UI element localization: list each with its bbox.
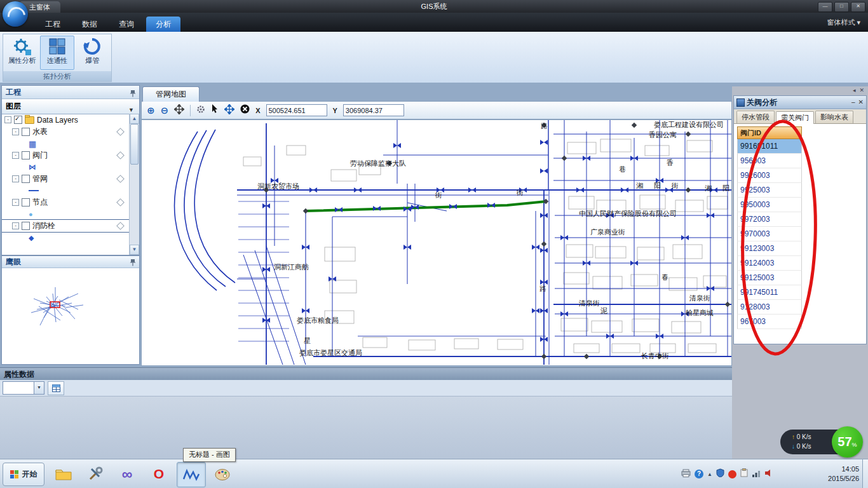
checkbox[interactable]: [22, 175, 30, 183]
toolbar-separator: [190, 105, 191, 116]
valve-id-column-header[interactable]: 阀门ID: [737, 126, 802, 139]
net-speed-widget[interactable]: ↑ 0 K/s ↓ 0 K/s 57 %: [780, 426, 863, 458]
tree-item-阀门[interactable]: -阀门: [2, 149, 130, 161]
tree-item-水表[interactable]: -水表: [2, 126, 130, 138]
valve-id-row[interactable]: 991691011: [737, 139, 802, 154]
valve-id-row[interactable]: 967003: [737, 315, 802, 329]
eagle-eye-map[interactable]: [2, 268, 137, 362]
taskbar-vs-button[interactable]: ∞: [113, 462, 141, 486]
tree-root-data-layers[interactable]: -Data Layers: [2, 114, 130, 126]
cancel-icon[interactable]: [240, 104, 250, 116]
checkbox[interactable]: [22, 128, 30, 136]
show-desktop-button[interactable]: [862, 459, 868, 488]
burst-pipe-button[interactable]: 爆管: [76, 36, 109, 70]
project-panel-title: 工程: [6, 88, 21, 97]
attribute-analysis-button[interactable]: 属性分析: [5, 36, 39, 70]
tab-stop-water-segments[interactable]: 停水管段: [736, 111, 775, 123]
taskbar-palette-button[interactable]: [208, 462, 236, 486]
panel-close-icon[interactable]: ✕: [858, 96, 864, 109]
valve-id-row[interactable]: 9972003: [737, 212, 802, 227]
y-coordinate-input[interactable]: [343, 104, 404, 116]
menu-item-project[interactable]: 工程: [36, 17, 70, 32]
valve-analysis-title: 关阀分析: [747, 98, 777, 107]
percent-value: 57: [837, 435, 851, 449]
memory-percent-badge[interactable]: 57 %: [832, 426, 863, 458]
checkbox-checked[interactable]: [14, 116, 22, 124]
attribute-combobox[interactable]: ▼: [3, 381, 44, 395]
close-button[interactable]: ✕: [851, 2, 865, 12]
expander-icon[interactable]: -: [12, 128, 19, 135]
taskbar-paint-button[interactable]: [177, 462, 206, 487]
map-canvas[interactable]: 劳动保障监察大队洞新农贸市场街街湘阳街湘阳中国人民财产保险股份有限公司广泉商业街…: [141, 119, 732, 366]
clipboard-icon[interactable]: [740, 468, 748, 480]
security-shield-icon[interactable]: [716, 468, 724, 480]
tree-item-节点[interactable]: -节点: [2, 196, 130, 208]
menu-item-data[interactable]: 数据: [72, 17, 107, 32]
valve-id-row[interactable]: 9970003: [737, 227, 802, 241]
pan-icon[interactable]: [174, 104, 184, 117]
tray-expand-icon[interactable]: ▲: [707, 471, 712, 477]
network-signal-icon[interactable]: [752, 468, 761, 480]
minimize-button[interactable]: —: [818, 2, 832, 12]
tree-scrollbar[interactable]: ▲ ▼: [129, 114, 139, 255]
layers-label: 图层: [6, 102, 21, 111]
maximize-button[interactable]: □: [834, 2, 849, 12]
tab-valves-to-close[interactable]: 需关阀门: [776, 111, 814, 124]
printer-icon[interactable]: [681, 468, 691, 480]
expander-icon[interactable]: -: [12, 152, 19, 159]
x-coordinate-input[interactable]: [266, 104, 327, 116]
scroll-down-icon[interactable]: ▼: [130, 245, 139, 255]
pin-icon[interactable]: [130, 258, 136, 269]
attribute-table-button[interactable]: [48, 381, 64, 395]
analysis-tabs: 停水管段 需关阀门 影响水表: [734, 109, 866, 124]
layers-dropdown[interactable]: 图层 ▼: [2, 99, 139, 114]
volume-icon[interactable]: [764, 468, 773, 480]
expander-icon[interactable]: -: [12, 199, 19, 206]
dock-prev-icon[interactable]: ◂: [853, 87, 856, 93]
valve-id-row[interactable]: 956003: [737, 154, 802, 168]
dock-close-icon[interactable]: ✕: [859, 87, 864, 93]
help-icon[interactable]: ?: [695, 470, 703, 478]
valve-id-row[interactable]: 99124003: [737, 256, 802, 271]
scroll-up-icon[interactable]: ▲: [130, 114, 139, 124]
hydrant-legend-icon: ◆: [29, 234, 34, 242]
valve-id-row[interactable]: 991745011: [737, 285, 802, 300]
tab-affected-meters[interactable]: 影响水表: [815, 111, 853, 123]
valve-id-row[interactable]: 9950003: [737, 198, 802, 212]
panel-minimize-icon[interactable]: –: [851, 96, 855, 109]
checkbox[interactable]: [22, 151, 30, 159]
window-style-menu[interactable]: 窗体样式 ▾: [827, 18, 860, 27]
start-button[interactable]: 开始: [3, 463, 44, 486]
taskbar-clock[interactable]: 14:05 2015/5/26: [828, 464, 859, 484]
antivirus-icon[interactable]: [728, 470, 736, 478]
tool-icon[interactable]: [196, 105, 205, 116]
valve-id-row[interactable]: 9926003: [737, 168, 802, 183]
caret-down-icon[interactable]: ▼: [34, 382, 44, 394]
taskbar-tools-button[interactable]: [81, 462, 109, 486]
tree-item-消防栓[interactable]: -消防栓: [2, 220, 130, 232]
checkbox[interactable]: [22, 222, 30, 230]
app-logo[interactable]: [3, 1, 28, 27]
tree-item-管网[interactable]: -管网: [2, 173, 130, 185]
select-cursor-icon[interactable]: [211, 104, 219, 116]
scrollbar-thumb[interactable]: [130, 124, 139, 165]
checkbox[interactable]: [22, 198, 30, 207]
valve-id-row[interactable]: 99125003: [737, 271, 802, 285]
expander-icon[interactable]: -: [4, 116, 11, 123]
connectivity-button[interactable]: 连通性: [40, 36, 74, 70]
taskbar-tooltip: 无标题 - 画图: [183, 448, 236, 462]
valve-id-row[interactable]: 9925003: [737, 183, 802, 198]
move-icon[interactable]: [224, 104, 234, 117]
zoom-in-icon[interactable]: ⊕: [147, 105, 155, 115]
pipe-network-map[interactable]: 劳动保障监察大队洞新农贸市场街街湘阳街湘阳中国人民财产保险股份有限公司广泉商业街…: [142, 120, 731, 365]
tab-pipe-network-map[interactable]: 管网地图: [142, 86, 200, 102]
menu-item-analysis[interactable]: 分析: [146, 17, 180, 32]
zoom-out-icon[interactable]: ⊖: [161, 105, 169, 115]
valve-id-row[interactable]: 9128003: [737, 300, 802, 315]
expander-icon[interactable]: -: [12, 222, 19, 229]
taskbar-folder-button[interactable]: [50, 462, 78, 486]
menu-item-query[interactable]: 查询: [109, 17, 144, 32]
expander-icon[interactable]: -: [12, 175, 19, 182]
valve-id-row[interactable]: 99123003: [737, 241, 802, 256]
taskbar-opera-button[interactable]: O: [145, 462, 173, 486]
